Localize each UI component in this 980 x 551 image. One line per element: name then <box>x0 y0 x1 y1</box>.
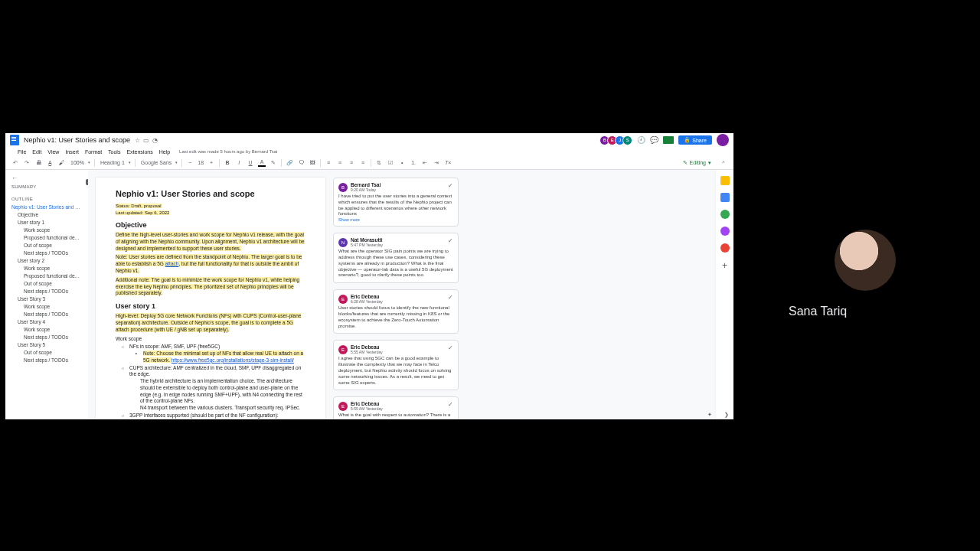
outline-collapse-icon[interactable]: ← <box>7 173 87 183</box>
bulleted-list-button[interactable]: • <box>398 159 406 167</box>
history-icon[interactable]: 🕘 <box>637 136 645 144</box>
outline-item[interactable]: Objective <box>7 210 87 218</box>
comment-card[interactable]: ✓EEric Debeau6:28 AM YesterdayUser stori… <box>333 289 459 334</box>
spellcheck-button[interactable]: A̲ <box>46 159 54 167</box>
checklist-button[interactable]: ☑ <box>387 159 394 167</box>
outline-item[interactable]: Next steps / TODOs <box>7 287 87 295</box>
menu-view[interactable]: View <box>47 149 59 155</box>
outline-item[interactable]: Work scope <box>7 325 87 333</box>
comment-card[interactable]: ✓NNat Morasutti5:47 PM YesterdayWhat are… <box>333 233 459 283</box>
outline-item[interactable]: User story 1 <box>7 218 87 226</box>
document-title[interactable]: Nephio v1: User Stories and scope <box>24 136 130 144</box>
outline-item[interactable]: Work scope <box>7 264 87 272</box>
menu-help[interactable]: Help <box>159 149 170 155</box>
outline-item[interactable]: Out of scope <box>7 348 87 356</box>
outline-item[interactable]: Out of scope <box>7 279 87 287</box>
comment-avatar: E <box>338 295 348 304</box>
line-spacing-button[interactable]: ⇅ <box>375 159 383 167</box>
paint-format-button[interactable]: 🖌 <box>57 159 65 167</box>
resolve-icon[interactable]: ✓ <box>448 237 453 244</box>
numbered-list-button[interactable]: 1. <box>410 159 417 167</box>
print-button[interactable]: 🖶 <box>34 159 42 167</box>
italic-button[interactable]: I <box>235 159 243 167</box>
redo-button[interactable]: ↷ <box>23 159 31 167</box>
outline-item[interactable]: User Story 3 <box>7 295 87 302</box>
outline-item[interactable]: User Story 4 <box>7 318 87 325</box>
outline-item[interactable]: Work scope <box>7 302 87 310</box>
addons-button[interactable]: + <box>722 260 727 271</box>
outline-item[interactable]: Next steps / TODOs <box>7 310 87 318</box>
calendar-icon[interactable] <box>720 193 730 202</box>
align-right-button[interactable]: ≡ <box>348 159 355 167</box>
comment-show-more[interactable]: Show more <box>338 217 453 222</box>
contacts-icon[interactable] <box>720 227 730 236</box>
outline-item[interactable]: User Story 5 <box>7 341 87 348</box>
maps-icon[interactable] <box>720 243 730 253</box>
side-panel-toggle[interactable]: ❯ <box>724 412 729 418</box>
collaborator-avatar[interactable]: S <box>622 135 632 145</box>
hide-menus-button[interactable]: ^ <box>720 159 727 167</box>
menu-tools[interactable]: Tools <box>108 149 120 155</box>
resolve-icon[interactable]: ✓ <box>448 182 453 189</box>
menu-file[interactable]: File <box>18 149 26 155</box>
font-size-increase[interactable]: + <box>207 159 215 167</box>
comments-icon[interactable]: 💬 <box>650 136 658 144</box>
summary-header: SUMMARY <box>7 183 87 191</box>
page-canvas: Nephio v1: User Stories and scope Status… <box>88 170 715 419</box>
insert-image-button[interactable]: 🖼 <box>309 159 316 167</box>
tasks-icon[interactable] <box>720 210 730 219</box>
docs-logo-icon[interactable] <box>10 135 19 145</box>
menu-edit[interactable]: Edit <box>32 149 41 155</box>
menu-extensions[interactable]: Extensions <box>126 149 152 155</box>
insert-link-button[interactable]: 🔗 <box>286 159 293 167</box>
resolve-icon[interactable]: ✓ <box>448 344 453 351</box>
objective-p1: Define the high-level user-stories and w… <box>116 232 305 252</box>
align-left-button[interactable]: ≡ <box>325 159 332 167</box>
clear-formatting-button[interactable]: T× <box>444 159 452 167</box>
outline-item[interactable]: Proposed functional design <box>7 272 87 279</box>
font-size-decrease[interactable]: − <box>186 159 194 167</box>
outline-item[interactable]: Out of scope <box>7 241 87 249</box>
outline-item[interactable]: User story 2 <box>7 256 87 264</box>
meet-icon[interactable] <box>663 136 674 144</box>
share-button[interactable]: 🔒Share <box>678 135 712 145</box>
comment-card[interactable]: ✓EEric Debeau5:55 AM YesterdayI agree th… <box>333 340 459 390</box>
outline-item[interactable]: Next steps / TODOs <box>7 356 87 364</box>
cloud-status-icon[interactable]: ◔ <box>152 137 158 144</box>
align-justify-button[interactable]: ≡ <box>359 159 367 167</box>
font-size-input[interactable]: 18 <box>198 160 204 165</box>
explore-button[interactable]: ✦ <box>707 412 712 418</box>
outline-item[interactable]: Proposed functional design <box>7 233 87 241</box>
resolve-icon[interactable]: ✓ <box>448 401 453 408</box>
increase-indent-button[interactable]: ⇥ <box>433 159 440 167</box>
outline-item[interactable]: Next steps / TODOs <box>7 333 87 341</box>
paragraph-style-select[interactable]: Heading 1 <box>99 160 131 165</box>
document-page[interactable]: Nephio v1: User Stories and scope Status… <box>96 178 325 419</box>
account-avatar[interactable] <box>717 134 729 146</box>
star-icon[interactable]: ☆ <box>135 137 140 144</box>
keep-icon[interactable] <box>720 176 730 185</box>
collaborator-avatars[interactable]: BEJS <box>602 135 632 145</box>
outline-item[interactable]: Work scope <box>7 226 87 233</box>
comment-card[interactable]: ✓BBernard Tsai9:20 AM TodayI have tried … <box>333 178 459 227</box>
zoom-select[interactable]: 100% <box>69 160 90 165</box>
menu-insert[interactable]: Insert <box>65 149 79 155</box>
undo-button[interactable]: ↶ <box>11 159 19 167</box>
comment-card[interactable]: ✓EEric Debeau5:55 AM YesterdayWhat is th… <box>333 396 459 419</box>
decrease-indent-button[interactable]: ⇤ <box>421 159 429 167</box>
add-comment-button[interactable]: 🗨 <box>297 159 305 167</box>
bold-button[interactable]: B <box>224 159 231 167</box>
menu-format[interactable]: Format <box>85 149 102 155</box>
font-select[interactable]: Google Sans <box>139 160 178 165</box>
highlight-button[interactable]: ✎ <box>270 159 277 167</box>
outline-item[interactable]: Next steps / TODOs <box>7 249 87 256</box>
move-icon[interactable]: ▭ <box>143 137 149 144</box>
text-color-button[interactable]: A <box>258 159 266 167</box>
align-center-button[interactable]: ≡ <box>336 159 344 167</box>
editing-mode-select[interactable]: ✎ Editing ▾ <box>683 160 711 166</box>
underline-button[interactable]: U <box>247 159 254 167</box>
last-edit-label[interactable]: Last edit was made 5 hours ago by Bernar… <box>179 149 277 154</box>
google-docs-window: Nephio v1: User Stories and scope ☆ ▭ ◔ … <box>5 133 733 419</box>
resolve-icon[interactable]: ✓ <box>448 294 453 301</box>
outline-item[interactable]: Nephio v1: User Stories and sco... <box>7 203 87 210</box>
